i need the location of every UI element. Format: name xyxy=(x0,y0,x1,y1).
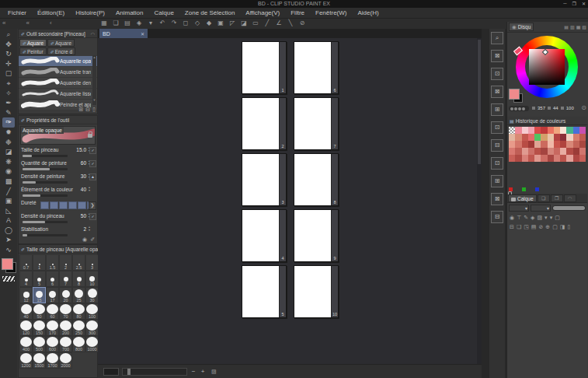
history-swatch[interactable] xyxy=(522,155,528,162)
wallpaper-icon[interactable]: ▦ xyxy=(99,19,109,28)
color-wheel-tab[interactable]: ◉ Disqu xyxy=(509,23,534,31)
history-swatch[interactable] xyxy=(573,134,579,141)
history-swatch[interactable] xyxy=(528,155,534,162)
slider-taille-de-pinceau[interactable]: Taille de pinceau 15.0 ▴▾ ✓ xyxy=(19,146,97,159)
layer-caret-2-icon[interactable]: ▾ xyxy=(550,215,553,221)
brush-size-cell[interactable]: 150 xyxy=(33,320,46,336)
history-swatch[interactable] xyxy=(554,155,560,162)
brush-size-cell[interactable]: 2.5 xyxy=(72,254,85,271)
layer-search-icon[interactable]: ⊟ xyxy=(510,224,514,230)
history-swatch[interactable] xyxy=(522,148,528,155)
brush-size-cell[interactable]: 1000 xyxy=(85,336,99,352)
zoom-slider-thumb[interactable] xyxy=(127,369,130,375)
navigator-icon[interactable]: ▨ xyxy=(211,369,217,375)
page-thumbnail[interactable]: 3 xyxy=(242,153,287,206)
rotate-canvas-tool[interactable]: ↻ xyxy=(2,49,15,59)
delete-subtool-icon[interactable]: ▯ xyxy=(92,107,96,113)
menu-item[interactable]: Zone de Sélection xyxy=(179,9,241,16)
marquee-select-tool[interactable]: ▢ xyxy=(2,68,15,79)
subtool-panel-header[interactable]: ✐ Outil secondaire [Pinceau] ◠ xyxy=(19,30,97,38)
history-swatch[interactable] xyxy=(548,148,554,155)
history-swatch[interactable] xyxy=(541,155,547,162)
page-zoom-button[interactable]: ⌕ xyxy=(491,32,503,44)
brush-size-cell[interactable]: 400 xyxy=(19,336,33,352)
brush-size-cell[interactable]: 10 xyxy=(85,271,99,287)
page-thumbnail[interactable]: 2 xyxy=(242,97,287,150)
scrollbar-thumb[interactable] xyxy=(478,40,481,164)
pencil-tool[interactable]: ✎ xyxy=(2,108,15,118)
flip-canvas-icon[interactable]: ▭ xyxy=(251,19,260,28)
brush-size-cell[interactable]: 2 xyxy=(59,254,72,271)
page-thumbnail[interactable]: 8 xyxy=(294,153,339,206)
close-button[interactable]: ✕ xyxy=(582,1,586,6)
history-swatch[interactable] xyxy=(515,127,521,134)
layer-tab-2-icon[interactable]: ❏ xyxy=(538,194,550,202)
brush-size-cell[interactable]: 1 xyxy=(33,254,46,271)
brush-size-cell[interactable]: 40 xyxy=(19,303,33,320)
dynamics-check-icon[interactable]: ✓ xyxy=(89,213,96,220)
page-thumbnail[interactable]: 10 xyxy=(294,265,339,318)
frame-border-tool[interactable]: ▣ xyxy=(2,196,15,206)
slider-densite-du-pinceau[interactable]: Densité du pinceau 50 ▴▾ ✓ xyxy=(19,212,97,226)
menu-item[interactable]: Animation xyxy=(110,9,149,16)
layer-opacity-icon[interactable]: ◉ xyxy=(510,215,514,221)
slider-track[interactable] xyxy=(23,194,68,197)
history-swatch[interactable] xyxy=(528,141,534,148)
history-swatch[interactable] xyxy=(522,134,528,141)
history-swatch[interactable] xyxy=(509,141,515,148)
brush-size-cell[interactable]: 120 xyxy=(19,320,33,336)
undo-icon[interactable]: ↶ xyxy=(158,19,167,28)
brush-size-cell[interactable]: 60 xyxy=(46,303,59,320)
history-swatch[interactable] xyxy=(515,155,521,162)
open-file-icon[interactable]: ▤ xyxy=(123,19,132,28)
history-swatch[interactable] xyxy=(515,141,521,148)
brush-size-cell[interactable]: 8 xyxy=(72,271,85,287)
canvas-vertical-scrollbar[interactable] xyxy=(477,38,482,364)
history-swatch[interactable] xyxy=(560,134,566,141)
auto-select-tool[interactable]: ⌖ xyxy=(2,79,15,89)
dock-collapse-icon[interactable]: ‹ xyxy=(50,19,52,26)
slider-track[interactable] xyxy=(23,168,68,170)
page-op-button-4[interactable]: ⊞ xyxy=(491,103,503,116)
brush-size-cell[interactable]: 6 xyxy=(46,271,59,287)
history-swatch[interactable] xyxy=(554,148,560,155)
history-swatch[interactable] xyxy=(566,148,572,155)
layer-tab-4-icon[interactable]: ◠ xyxy=(564,194,576,202)
save-caret-icon[interactable]: ▾ xyxy=(146,19,155,28)
brush-size-cell[interactable]: 50 xyxy=(33,303,46,320)
history-swatch[interactable] xyxy=(534,127,541,134)
zoom-value-field[interactable] xyxy=(103,368,119,376)
history-swatch[interactable] xyxy=(548,141,554,148)
mask-layer-icon[interactable]: ▢ xyxy=(552,224,558,230)
brush-size-cell[interactable]: 12 xyxy=(19,287,33,303)
brush-size-cell[interactable]: 0.7 xyxy=(19,254,33,271)
eraser-tool[interactable]: ◪ xyxy=(2,147,15,157)
page-thumbnail[interactable]: 9 xyxy=(294,209,339,262)
durete-blocks-row[interactable]: Dureté ❯ xyxy=(19,199,97,212)
merge-layer-icon[interactable]: ⊕ xyxy=(545,224,550,230)
color-set-tab-icon[interactable]: ▦ xyxy=(576,24,581,30)
apply-mask-icon[interactable]: ◨ xyxy=(560,224,565,230)
page-op-button-2[interactable]: ⊡ xyxy=(491,68,503,80)
history-swatch[interactable] xyxy=(566,134,572,141)
history-swatch[interactable] xyxy=(560,148,566,155)
transfer-layer-icon[interactable]: ⊘ xyxy=(538,224,543,230)
deselect-icon[interactable]: ◻ xyxy=(181,19,190,28)
brush-size-cell[interactable]: 1200 xyxy=(19,352,33,369)
brush-size-cell[interactable]: 500 xyxy=(33,336,46,352)
dynamics-check-icon[interactable]: ✓ xyxy=(89,160,96,167)
history-swatch[interactable] xyxy=(509,155,515,162)
history-swatch[interactable] xyxy=(560,127,566,134)
brush-size-cell[interactable]: 1.5 xyxy=(46,254,59,271)
history-swatch[interactable] xyxy=(541,134,547,141)
brush-size-cell[interactable]: 200 xyxy=(59,320,72,336)
history-swatch[interactable] xyxy=(579,141,586,148)
slider-quantite-de-peinture[interactable]: Quantité de peinture 60 ▴▾ ✓ xyxy=(19,159,97,173)
history-swatch[interactable] xyxy=(560,141,566,148)
subtool-tab[interactable]: ✐ Encre d xyxy=(47,47,75,55)
selection-border-icon[interactable]: ▣ xyxy=(216,19,225,28)
layer-draft-icon[interactable]: ✎ xyxy=(524,215,528,221)
history-swatch[interactable] xyxy=(522,127,528,134)
page-op-button-10[interactable]: ⊟ xyxy=(491,211,503,223)
page-op-button-7[interactable]: ⊡ xyxy=(491,157,503,170)
